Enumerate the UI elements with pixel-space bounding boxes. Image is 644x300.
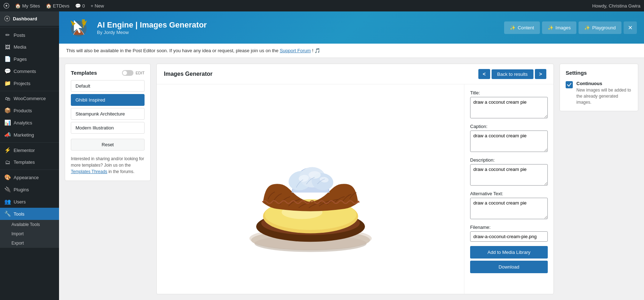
caption-group: Caption:	[470, 124, 548, 153]
users-icon: 👥	[4, 198, 11, 205]
next-button[interactable]: >	[535, 69, 546, 79]
image-display-area	[157, 84, 464, 294]
plugin-title: AI Engine | Images Generator	[97, 20, 498, 30]
plugin-close-button[interactable]: ✕	[624, 21, 637, 34]
alt-text-label: Alternative Text:	[470, 191, 548, 196]
template-ghibli[interactable]: Ghibli Inspired	[71, 94, 145, 106]
generator-title: Images Generator	[164, 71, 213, 77]
projects-icon: 📁	[4, 80, 11, 87]
sidebar-item-templates[interactable]: 🗂 Templates	[0, 156, 59, 168]
toggle-switch[interactable]	[122, 70, 133, 76]
support-forum-link[interactable]: Support Forum	[280, 48, 311, 53]
elementor-icon: ⚡	[4, 147, 11, 153]
products-icon: 📦	[4, 107, 11, 114]
generator-panel: Images Generator < Back to results >	[156, 64, 554, 294]
title-label: Title:	[470, 90, 548, 95]
analytics-icon: 📊	[4, 119, 11, 126]
sidebar-item-products[interactable]: 📦 Products	[0, 104, 59, 117]
appearance-icon: 🎨	[4, 174, 11, 181]
comments-icon: 💬	[4, 68, 11, 74]
sidebar-subitem-import[interactable]: Import	[0, 229, 59, 238]
comments-link[interactable]: 💬 0	[75, 3, 85, 9]
caption-input[interactable]	[470, 131, 548, 152]
title-input[interactable]	[470, 97, 548, 118]
nav-playground-button[interactable]: ✨ Playground	[579, 21, 621, 34]
dashboard-link[interactable]: Dashboard	[0, 11, 59, 26]
caption-label: Caption:	[470, 124, 548, 129]
media-icon: 🖼	[4, 44, 11, 50]
tools-icon: 🔧	[4, 211, 11, 217]
settings-title: Settings	[566, 70, 632, 76]
sidebar-item-comments[interactable]: 💬 Comments	[0, 65, 59, 77]
template-modern[interactable]: Modern Illustration	[71, 122, 145, 134]
sidebar-item-pages[interactable]: 📄 Pages	[0, 53, 59, 65]
content-star-icon: ✨	[510, 25, 516, 30]
templates-panel: Templates EDIT Default Ghibli Inspired S…	[65, 64, 151, 294]
title-group: Title:	[470, 90, 548, 119]
plugin-author: By Jordy Meow	[97, 30, 498, 35]
templates-icon: 🗂	[4, 159, 11, 165]
sidebar-item-plugins[interactable]: 🔌 Plugins	[0, 183, 59, 196]
sidebar-item-users[interactable]: 👥 Users	[0, 196, 59, 208]
home-icon: 🏠	[15, 3, 21, 9]
woo-icon: 🛍	[4, 95, 11, 102]
notice-bar: This will also be available in the Post …	[59, 44, 644, 58]
continuous-label: Continuous	[576, 81, 632, 86]
posts-icon: ✏	[4, 32, 11, 38]
sidebar-item-media[interactable]: 🖼 Media	[0, 41, 59, 53]
sidebar-item-tools[interactable]: 🔧 Tools	[0, 208, 59, 220]
admin-bar: 🏠 My Sites 🏠 ETDevs 💬 0 + New Howdy, Chr…	[0, 0, 644, 11]
sidebar: Dashboard ✏ Posts 🖼 Media 📄 Pages 💬 Comm…	[0, 11, 59, 300]
site-name-link[interactable]: 🏠 ETDevs	[46, 3, 69, 9]
form-area: Title: Caption: Description: Altern	[464, 84, 553, 294]
templates-footer: Interested in sharing and/or looking for…	[71, 156, 145, 175]
sidebar-item-marketing[interactable]: 📣 Marketing	[0, 129, 59, 141]
sidebar-item-analytics[interactable]: 📊 Analytics	[0, 117, 59, 129]
close-icon: ✕	[628, 25, 633, 31]
nav-content-button[interactable]: ✨ Content	[504, 21, 540, 34]
sidebar-item-woocommerce[interactable]: 🛍 WooCommerce	[0, 93, 59, 104]
sidebar-item-posts[interactable]: ✏ Posts	[0, 29, 59, 41]
description-group: Description:	[470, 157, 548, 187]
edit-toggle[interactable]: EDIT	[122, 70, 145, 76]
sidebar-subitem-export[interactable]: Export	[0, 238, 59, 248]
site-icon: 🏠	[46, 3, 52, 9]
sidebar-item-elementor[interactable]: ⚡ Elementor	[0, 144, 59, 156]
nav-images-button[interactable]: ✨ Images	[542, 21, 577, 34]
reset-button[interactable]: Reset	[71, 139, 145, 151]
template-steampunk[interactable]: Steampunk Architecture	[71, 108, 145, 120]
my-sites-link[interactable]: 🏠 My Sites	[15, 3, 40, 9]
continuous-checkbox[interactable]	[566, 81, 573, 88]
alt-text-input[interactable]	[470, 198, 548, 219]
comment-icon: 💬	[75, 3, 81, 9]
images-star-icon: ✨	[548, 25, 553, 30]
svg-point-1	[6, 5, 8, 7]
template-default[interactable]: Default	[71, 80, 145, 92]
playground-star-icon: ✨	[584, 25, 590, 30]
sidebar-subitem-available-tools[interactable]: Available Tools	[0, 220, 59, 229]
alt-text-group: Alternative Text:	[470, 191, 548, 220]
user-greeting: Howdy, Christina Gwira	[592, 3, 640, 9]
settings-panel: Settings Continuous New images will be a…	[560, 64, 638, 294]
filename-input[interactable]	[470, 231, 548, 242]
templates-threads-link[interactable]: Templates Threads	[71, 169, 107, 174]
plugin-logo	[66, 15, 91, 40]
description-label: Description:	[470, 157, 548, 163]
marketing-icon: 📣	[4, 132, 11, 138]
download-button[interactable]: Download	[470, 261, 548, 273]
sidebar-item-appearance[interactable]: 🎨 Appearance	[0, 171, 59, 183]
nav-buttons: < Back to results >	[478, 69, 546, 79]
add-to-library-button[interactable]: Add to Media Library	[470, 246, 548, 259]
prev-button[interactable]: <	[478, 69, 490, 79]
plugins-icon: 🔌	[4, 186, 11, 193]
wp-logo-icon	[4, 16, 10, 21]
new-content-link[interactable]: + New	[91, 3, 104, 9]
description-input[interactable]	[470, 164, 548, 186]
plugin-header: AI Engine | Images Generator By Jordy Me…	[59, 11, 644, 44]
sidebar-item-projects[interactable]: 📁 Projects	[0, 77, 59, 89]
continuous-desc: New images will be added to the already …	[576, 88, 631, 105]
main-content: Templates EDIT Default Ghibli Inspired S…	[59, 58, 644, 300]
plugin-nav: ✨ Content ✨ Images ✨ Playground ✕	[504, 21, 637, 34]
back-to-results-button[interactable]: Back to results	[492, 69, 533, 79]
wp-icon[interactable]	[4, 3, 9, 9]
